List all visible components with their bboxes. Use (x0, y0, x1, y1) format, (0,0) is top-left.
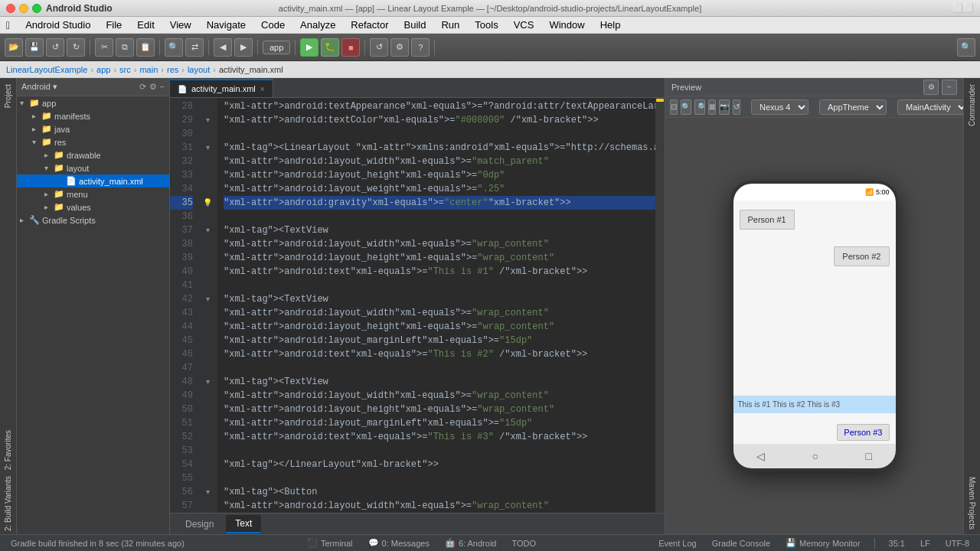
phone-app-content: Person #1 Person #2 This is #1 This is #… (733, 201, 896, 444)
status-messages[interactable]: 💬 0: Messages (364, 538, 434, 548)
breadcrumb-layout[interactable]: layout (188, 65, 210, 74)
status-build[interactable]: Gradle build finished in 8 sec (32 minut… (6, 539, 189, 548)
preview-settings-icon[interactable]: ⚙ (923, 80, 939, 95)
toolbar-search2[interactable]: 🔍 (957, 38, 975, 57)
menu-android-studio[interactable]: Android Studio (19, 18, 96, 32)
phone-screen: Person #1 Person #2 This is #1 This is #… (733, 201, 896, 444)
toolbar-paste[interactable]: 📋 (136, 38, 155, 57)
breadcrumb-src[interactable]: src (119, 65, 131, 74)
toolbar-search[interactable]: 🔍 (165, 38, 183, 57)
home-nav-icon[interactable]: ○ (812, 450, 818, 462)
project-settings-icon[interactable]: ⚙ (149, 82, 157, 92)
toolbar-copy[interactable]: ⧉ (116, 38, 134, 57)
menu-analyze[interactable]: Analyze (294, 18, 341, 32)
breadcrumb-main[interactable]: main (139, 65, 158, 74)
app-selector[interactable]: app (263, 41, 290, 54)
build-variants-label[interactable]: 2: Build Variants (2, 473, 14, 534)
activity-selector[interactable]: MainActivity (897, 99, 969, 115)
device-selector[interactable]: Nexus 4 (751, 99, 808, 115)
tree-item-java[interactable]: ▸ 📁 java (17, 122, 169, 135)
close-button[interactable] (6, 4, 15, 13)
person3-button[interactable]: Person #3 (837, 424, 889, 441)
menu-help[interactable]: Help (594, 18, 627, 32)
expand-arrow: ▸ (44, 190, 54, 198)
toolbar-save[interactable]: 💾 (25, 38, 44, 57)
menu-navigate[interactable]: Navigate (201, 18, 252, 32)
tree-item-values[interactable]: ▸ 📁 values (17, 201, 169, 214)
project-collapse-icon[interactable]: − (160, 82, 165, 92)
tree-item-drawable[interactable]: ▸ 📁 drawable (17, 148, 169, 161)
status-android[interactable]: 🤖 6: Android (440, 538, 501, 548)
folder-icon: 📁 (54, 189, 64, 199)
status-terminal[interactable]: ⬛ Terminal (302, 538, 358, 548)
status-line-sep[interactable]: LF (916, 539, 935, 548)
favorites-label[interactable]: 2: Favorites (2, 427, 14, 473)
tree-item-activity-main[interactable]: 📄 activity_main.xml (17, 174, 169, 187)
menu-window[interactable]: Window (543, 18, 590, 32)
minimize-button[interactable] (19, 4, 28, 13)
toolbar-back[interactable]: ◀ (214, 38, 232, 57)
toolbar-stop-btn[interactable]: ■ (341, 38, 360, 57)
toolbar-undo[interactable]: ↺ (46, 38, 64, 57)
menu-code[interactable]: Code (255, 18, 291, 32)
apple-menu[interactable]:  (6, 19, 10, 31)
recents-nav-icon[interactable]: □ (865, 450, 871, 462)
menu-vcs[interactable]: VCS (508, 18, 541, 32)
editor-content[interactable]: 2829303132333435363738394041424344454647… (170, 98, 665, 513)
maximize-button[interactable] (32, 4, 41, 13)
status-encoding[interactable]: UTF-8 (941, 539, 974, 548)
menu-view[interactable]: View (164, 18, 198, 32)
toolbar-help[interactable]: ? (411, 38, 430, 57)
menu-tools[interactable]: Tools (469, 18, 504, 32)
tree-item-res[interactable]: ▾ 📁 res (17, 135, 169, 148)
status-memory-monitor[interactable]: 💾 Memory Monitor (781, 538, 864, 548)
preview-minimize-icon[interactable]: − (942, 80, 957, 95)
back-nav-icon[interactable]: ◁ (756, 450, 765, 462)
project-label[interactable]: Project (2, 78, 14, 114)
menu-edit[interactable]: Edit (131, 18, 160, 32)
toolbar-cut[interactable]: ✂ (95, 38, 113, 57)
status-event-log[interactable]: Event Log (654, 539, 701, 548)
preview-panel: Preview ⚙ − ⊡ 🔍 🔎 ⊠ 📷 ↺ Nexus 4 AppTheme (665, 78, 963, 534)
toolbar-run-btn[interactable]: ▶ (300, 38, 318, 57)
menu-build[interactable]: Build (398, 18, 433, 32)
maven-label[interactable]: Maven Projects (966, 472, 978, 534)
status-gradle-console[interactable]: Gradle Console (707, 539, 775, 548)
breadcrumb-project[interactable]: LinearLayoutExample (6, 65, 87, 74)
tab-design[interactable]: Design (176, 515, 223, 533)
toolbar-replace[interactable]: ⇄ (185, 38, 204, 57)
toolbar-settings[interactable]: ⚙ (390, 38, 409, 57)
editor-tab-activity-main[interactable]: 📄 activity_main.xml × (170, 79, 273, 97)
person1-box: Person #1 (740, 210, 795, 230)
toolbar-debug-btn[interactable]: 🐛 (321, 38, 339, 57)
preview-refresh[interactable]: ↺ (733, 99, 740, 115)
menu-refactor[interactable]: Refactor (345, 18, 394, 32)
project-sync-icon[interactable]: ⟳ (139, 82, 146, 92)
toolbar-open[interactable]: 📂 (5, 38, 23, 57)
tree-item-gradle[interactable]: ▸ 🔧 Gradle Scripts (17, 214, 169, 227)
toolbar-forward[interactable]: ▶ (234, 38, 253, 57)
menu-run[interactable]: Run (435, 18, 466, 32)
menu-file[interactable]: File (100, 18, 128, 32)
tab-close-icon[interactable]: × (260, 85, 265, 93)
traffic-lights (6, 4, 41, 13)
commander-label[interactable]: Commander (968, 78, 976, 132)
tree-item-menu[interactable]: ▸ 📁 menu (17, 187, 169, 201)
theme-selector[interactable]: AppTheme (819, 99, 887, 115)
preview-zoom-out[interactable]: 🔎 (694, 99, 705, 115)
tab-text[interactable]: Text (226, 515, 261, 533)
code-editor[interactable]: "xml-attr">android:textAppearance"xml-eq… (217, 98, 655, 513)
preview-zoom-actual[interactable]: ⊠ (708, 99, 716, 115)
toolbar-redo[interactable]: ↻ (67, 38, 85, 57)
breadcrumb-res[interactable]: res (167, 65, 178, 74)
breadcrumb-app[interactable]: app (96, 65, 110, 74)
tree-item-app[interactable]: ▾ 📁 app (17, 96, 169, 109)
preview-zoom-in[interactable]: 🔍 (681, 99, 691, 115)
preview-zoom-fit[interactable]: ⊡ (670, 99, 678, 115)
preview-screenshot[interactable]: 📷 (719, 99, 730, 115)
tree-item-manifests[interactable]: ▸ 📁 manifests (17, 109, 169, 122)
android-icon: 🤖 (445, 538, 456, 548)
status-todo[interactable]: TODO (507, 539, 541, 548)
tree-item-layout[interactable]: ▾ 📁 layout (17, 161, 169, 174)
toolbar-sync[interactable]: ↺ (370, 38, 388, 57)
